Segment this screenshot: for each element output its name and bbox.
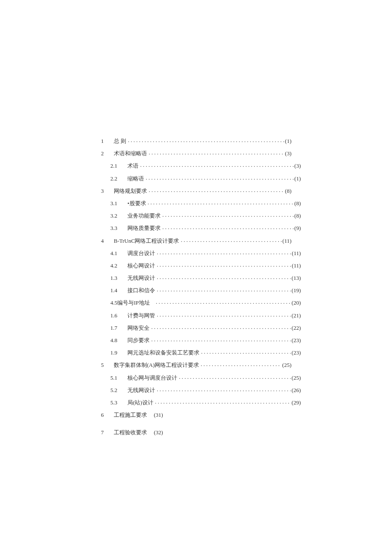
leader-dots [149,411,153,417]
toc-entry: 2术语和缩略语(3) [101,150,291,156]
entry-title: 工程施工要求 [114,412,149,418]
leader-dots [149,150,284,155]
toc-entry: 4B-TrUnC网络工程设计要求(11) [101,237,291,244]
page-number: (26) [291,387,301,393]
entry-title: 局(站)设计 [127,400,155,405]
page-number: (23) [291,337,301,343]
subsection-number: 5.3 [110,400,127,405]
toc-entry: 2.2缩略语(1) [101,175,301,181]
entry-title: 术语 [127,163,140,169]
section-number: 6 [101,412,114,418]
page-number: (29) [291,400,301,405]
entry-title: B-TrUnC网络工程设计要求 [114,238,181,244]
leader-dots [156,299,291,305]
page-number: (8) [294,200,301,206]
subsection-number: 4.8 [110,337,127,343]
leader-dots [157,312,291,317]
toc-entry: 3.3网络质量要求(9) [101,224,301,231]
leader-dots [151,337,291,342]
leader-dots [155,399,291,404]
leader-dots [162,224,294,230]
page-number: (8) [294,213,301,218]
subsection-number: 5.2 [110,387,127,393]
entry-title: 网络质量要求 [127,225,162,231]
toc-entry: 4.8同步要求(23) [101,337,301,343]
subsection-number: 1.3 [110,275,127,281]
entry-title: 核心网设计 [127,263,157,268]
page-number: (1) [284,138,291,144]
section-number: 4 [101,238,114,244]
leader-dots [201,349,291,355]
subsection-number: 1.6 [110,313,127,318]
toc-entry: 6工程施工要求(31) [101,411,291,418]
toc-entry: 1总 则(1) [101,137,291,144]
page-number: (31) [153,412,163,418]
subsection-number: 1.4 [110,288,127,293]
subsection-number: 4.2 [110,263,127,268]
page-number: (8) [284,188,291,194]
toc-entry: 3.2业务功能要求(8) [101,212,301,218]
leader-dots [179,374,291,380]
subsection-number: 5.1 [110,375,127,381]
leader-dots [148,200,294,205]
subsection-number: 3.2 [110,213,127,218]
page-number: (25) [281,362,291,368]
toc-entry: 5.2无线网设计(26) [101,386,301,393]
page-number: (11) [282,238,291,244]
entry-title: 核心网与调度台设计 [127,375,179,381]
toc-entry: 1.6计费与网管(21) [101,312,301,318]
page-number: (32) [153,430,163,435]
toc-entry: 3网络规划要求(8) [101,187,291,194]
page-number: (11) [291,250,301,256]
leader-dots [181,237,281,243]
entry-title: 缩略语 [127,176,146,181]
page-number: (21) [291,313,301,318]
subsection-number: 3.3 [110,225,127,231]
entry-title: 无线网设计 [127,275,157,281]
leader-dots [157,274,291,280]
toc-page: 1总 则(1)2术语和缩略语(3)2.1术语(3)2.2缩略语(1)3网络规划要… [0,0,392,555]
subsection-number: 2.2 [110,176,127,181]
toc-entry: 1.3无线网设计(13) [101,274,301,281]
leader-dots [151,324,291,330]
section-number: 3 [101,188,114,194]
entry-title: 数字集群体制(A)网络工程设计要求 [114,362,201,368]
page-number: (13) [291,275,301,281]
page-number: (11) [291,263,301,268]
leader-dots [149,429,153,434]
leader-dots [162,212,294,218]
entry-title: 网络安全 [127,325,151,331]
page-number: (20) [291,300,301,305]
page-number: (22) [291,325,301,331]
leader-dots [157,287,291,292]
toc-entry: 4.5编号与IP地址(20) [101,299,301,305]
page-number: (23) [291,350,301,355]
subsection-number: 2.1 [110,163,127,169]
entry-title: 网元选址和设备安装工艺要求 [127,350,201,355]
section-number: 5 [101,362,114,368]
entry-title: 总 则 [114,138,128,144]
subsection-number: 4.1 [110,250,127,256]
leader-dots [157,386,291,392]
leader-dots [149,187,284,193]
toc-entry: 7工程验收要求(32) [101,429,291,435]
entry-title: 接口和信令 [127,288,157,293]
toc-entry: 4.1调度台设计(11) [101,250,301,256]
toc-entry: 2.1术语(3) [101,162,301,169]
table-of-contents: 1总 则(1)2术语和缩略语(3)2.1术语(3)2.2缩略语(1)3网络规划要… [101,137,291,435]
page-number: (3) [294,163,301,169]
leader-dots [201,361,281,367]
toc-entry: 5.3局(站)设计(29) [101,399,301,405]
page-number: (3) [284,151,291,156]
toc-entry: 4.2核心网设计(11) [101,262,301,268]
leader-dots [140,162,294,168]
page-number: (1) [294,176,301,181]
entry-title: 同步要求 [127,337,151,343]
section-number: 7 [101,430,114,435]
leader-dots [157,262,291,267]
page-number: (25) [291,375,301,381]
entry-title: 术语和缩略语 [114,151,149,156]
subsection-number: 1.9 [110,350,127,355]
entry-title: 调度台设计 [127,250,157,256]
entry-title: •股要求 [127,200,148,206]
